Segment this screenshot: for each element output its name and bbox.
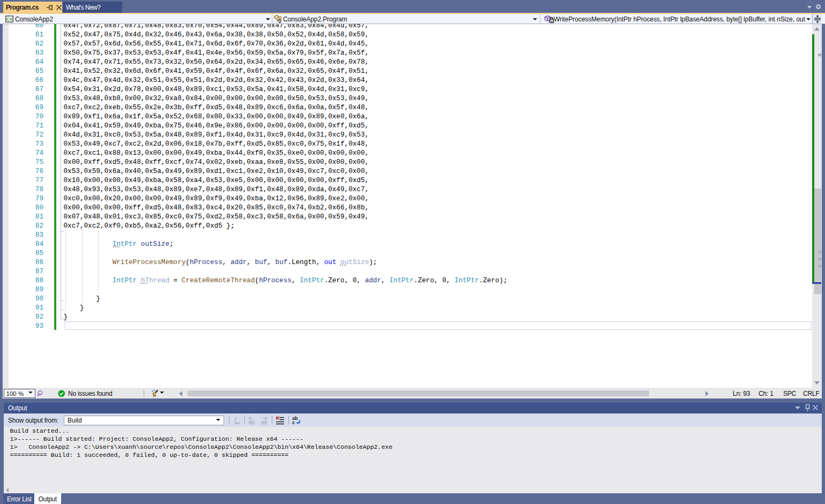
svg-text:C#: C#: [6, 16, 12, 21]
svg-text:c: c: [292, 420, 295, 425]
